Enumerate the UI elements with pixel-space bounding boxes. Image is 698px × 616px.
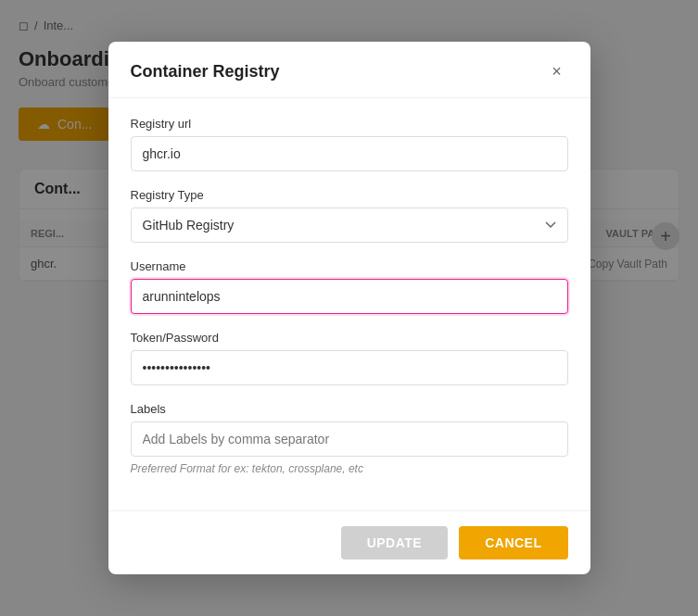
labels-label: Labels xyxy=(131,402,568,416)
cancel-button[interactable]: CANCEL xyxy=(459,526,567,559)
close-button[interactable]: × xyxy=(546,60,568,82)
token-group: Token/Password xyxy=(131,331,568,385)
labels-group: Labels Preferred Format for ex: tekton, … xyxy=(131,402,568,475)
modal-body: Registry url Registry Type GitHub Regist… xyxy=(108,98,590,510)
labels-hint: Preferred Format for ex: tekton, crosspl… xyxy=(131,462,568,475)
modal-overlay: Container Registry × Registry url Regist… xyxy=(0,0,698,616)
modal-header: Container Registry × xyxy=(108,42,590,98)
modal: Container Registry × Registry url Regist… xyxy=(108,42,590,574)
modal-title: Container Registry xyxy=(131,62,280,82)
username-label: Username xyxy=(131,259,568,273)
modal-footer: UPDATE CANCEL xyxy=(108,510,590,574)
labels-input[interactable] xyxy=(131,421,568,457)
registry-type-select[interactable]: GitHub Registry Docker Hub AWS ECR GCR xyxy=(131,207,568,243)
update-button[interactable]: UPDATE xyxy=(341,526,449,559)
registry-type-group: Registry Type GitHub Registry Docker Hub… xyxy=(131,188,568,243)
token-label: Token/Password xyxy=(131,331,568,345)
registry-url-label: Registry url xyxy=(131,117,568,131)
token-input[interactable] xyxy=(131,350,568,385)
registry-url-input[interactable] xyxy=(131,136,568,171)
registry-type-label: Registry Type xyxy=(131,188,568,202)
username-group: Username xyxy=(131,259,568,314)
username-input[interactable] xyxy=(131,279,568,314)
registry-url-group: Registry url xyxy=(131,117,568,171)
